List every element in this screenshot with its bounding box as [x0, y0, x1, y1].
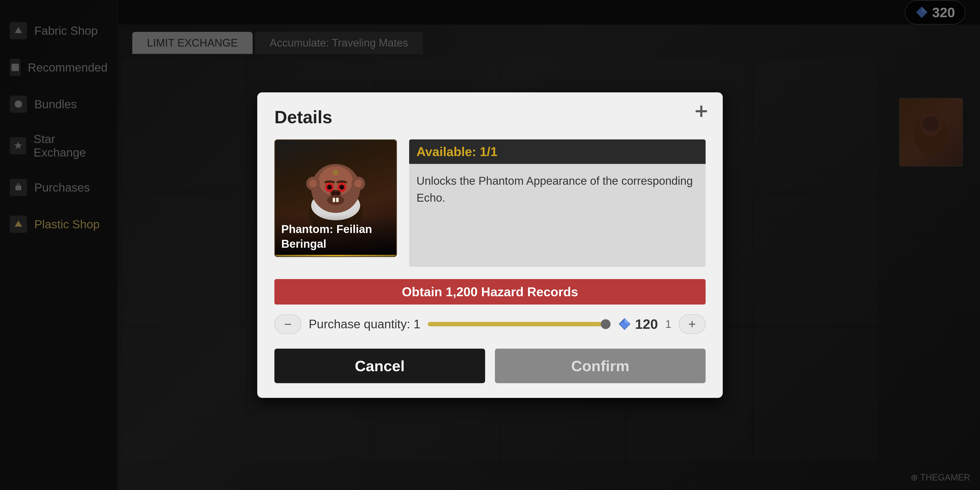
- svg-point-31: [333, 170, 339, 175]
- modal-body: Phantom: Feilian Beringal Available: 1/1…: [274, 139, 706, 267]
- price-currency-icon: [618, 317, 632, 331]
- svg-point-19: [327, 185, 332, 189]
- availability-bar: Available: 1/1: [409, 139, 706, 164]
- slider-track: [428, 322, 611, 326]
- svg-point-22: [332, 192, 336, 195]
- slider-thumb: [601, 319, 611, 329]
- details-modal: Details ✕: [257, 92, 723, 398]
- description-text: Unlocks the Phantom Appearance of the co…: [417, 172, 698, 206]
- action-buttons: Cancel Confirm: [274, 348, 706, 383]
- item-card: Phantom: Feilian Beringal: [274, 139, 397, 267]
- quantity-max-label: 1: [665, 318, 671, 330]
- cancel-button[interactable]: Cancel: [274, 348, 485, 383]
- obtain-bar: Obtain 1,200 Hazard Records: [274, 279, 706, 304]
- modal-overlay: Details ✕: [0, 0, 980, 490]
- price-display: 120: [618, 316, 658, 332]
- svg-rect-26: [336, 198, 339, 202]
- info-panel: Available: 1/1 Unlocks the Phantom Appea…: [409, 139, 706, 267]
- item-name-overlay: Phantom: Feilian Beringal: [275, 215, 396, 256]
- item-rarity-border: [275, 255, 396, 256]
- purchase-quantity-label: Purchase quantity: 1: [309, 317, 420, 331]
- plus-icon: +: [689, 317, 696, 331]
- close-icon: ✕: [691, 102, 710, 121]
- purchase-row: − Purchase quantity: 1 120: [274, 314, 706, 334]
- slider-fill: [428, 322, 601, 326]
- minus-icon: −: [284, 317, 291, 331]
- item-name: Phantom: Feilian Beringal: [281, 222, 390, 251]
- svg-rect-25: [333, 198, 335, 202]
- svg-point-20: [339, 185, 344, 189]
- quantity-increase-button[interactable]: +: [679, 314, 706, 334]
- price-amount: 120: [635, 316, 658, 332]
- description-box: Unlocks the Phantom Appearance of the co…: [409, 164, 706, 267]
- svg-point-28: [309, 180, 317, 188]
- svg-point-24: [327, 195, 344, 205]
- quantity-decrease-button[interactable]: −: [274, 314, 301, 334]
- svg-point-23: [336, 192, 339, 195]
- svg-point-30: [354, 180, 362, 188]
- item-image: Phantom: Feilian Beringal: [274, 139, 397, 257]
- close-button[interactable]: ✕: [691, 102, 711, 122]
- quantity-slider[interactable]: [428, 314, 611, 334]
- confirm-button[interactable]: Confirm: [495, 348, 706, 383]
- modal-title: Details: [274, 107, 706, 127]
